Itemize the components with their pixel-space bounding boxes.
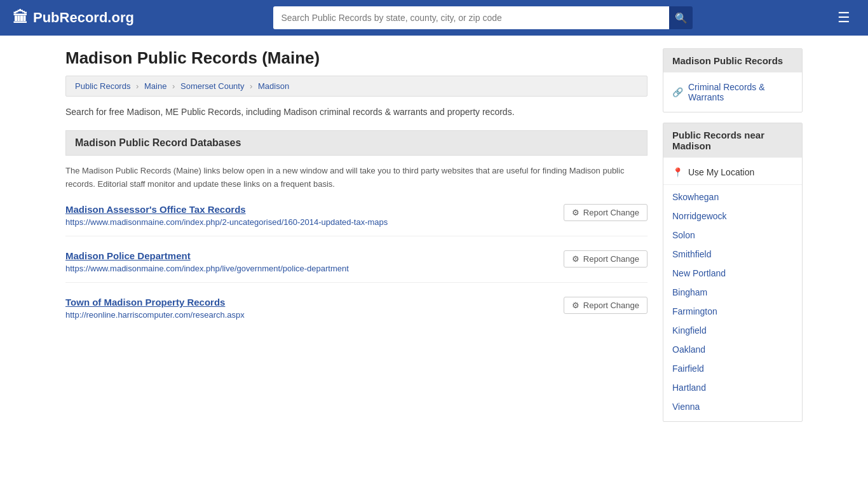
header: 🏛 PubRecord.org 🔍 ☰ [0, 0, 868, 36]
sidebar-item-new-portland[interactable]: New Portland [663, 264, 802, 283]
sidebar-divider [663, 184, 802, 185]
use-location-label: Use My Location [688, 167, 754, 177]
breadcrumb-maine[interactable]: Maine [144, 81, 166, 91]
sidebar-madison-records-header: Madison Public Records [663, 49, 802, 72]
header-right: ☰ [832, 7, 855, 29]
sidebar-use-location[interactable]: 📍 Use My Location [663, 163, 802, 182]
report-label-1: Report Change [583, 254, 639, 264]
link-icon: 🔗 [672, 87, 683, 97]
sidebar-item-smithfield[interactable]: Smithfield [663, 245, 802, 264]
sidebar-item-solon[interactable]: Solon [663, 226, 802, 245]
record-info-1: Madison Police Department https://www.ma… [65, 250, 349, 273]
sidebar-nearby-header: Public Records near Madison [663, 123, 802, 158]
report-label-2: Report Change [583, 301, 639, 310]
hartland-label: Hartland [672, 383, 706, 393]
breadcrumb-madison[interactable]: Madison [258, 81, 289, 91]
norridgewock-label: Norridgewock [672, 211, 727, 221]
record-row-0: Madison Assessor's Office Tax Records ht… [65, 204, 648, 227]
report-change-button-0[interactable]: ⚙ Report Change [564, 204, 648, 221]
record-info-2: Town of Madison Property Records http://… [65, 297, 245, 320]
record-entry-2: Town of Madison Property Records http://… [65, 297, 648, 329]
intro-text: Search for free Madison, ME Public Recor… [65, 105, 648, 119]
breadcrumb-sep-3: › [250, 81, 255, 91]
report-change-button-1[interactable]: ⚙ Report Change [564, 250, 648, 268]
page-title: Madison Public Records (Maine) [65, 48, 648, 68]
menu-button[interactable]: ☰ [832, 7, 855, 29]
breadcrumb-somerset-county[interactable]: Somerset County [180, 81, 244, 91]
report-icon-0: ⚙ [572, 208, 580, 217]
report-icon-2: ⚙ [572, 301, 580, 310]
content-area: Madison Public Records (Maine) Public Re… [65, 48, 648, 432]
oakland-label: Oakland [672, 344, 705, 355]
record-row-2: Town of Madison Property Records http://… [65, 297, 648, 320]
menu-icon: ☰ [837, 10, 850, 25]
vienna-label: Vienna [672, 402, 700, 412]
report-icon-1: ⚙ [572, 254, 580, 264]
record-info-0: Madison Assessor's Office Tax Records ht… [65, 204, 388, 227]
kingfield-label: Kingfield [672, 325, 707, 336]
section-description: The Madison Public Records (Maine) links… [65, 165, 648, 191]
record-title-0[interactable]: Madison Assessor's Office Tax Records [65, 204, 388, 215]
location-icon: 📍 [672, 167, 683, 177]
sidebar-criminal-records-label: Criminal Records & Warrants [688, 82, 793, 102]
bingham-label: Bingham [672, 287, 707, 297]
sidebar-item-criminal-records[interactable]: 🔗 Criminal Records & Warrants [663, 78, 802, 107]
sidebar-item-vienna[interactable]: Vienna [663, 397, 802, 416]
record-entry-1: Madison Police Department https://www.ma… [65, 250, 648, 283]
sidebar-item-hartland[interactable]: Hartland [663, 378, 802, 397]
logo-icon: 🏛 [13, 9, 28, 27]
solon-label: Solon [672, 230, 695, 240]
record-entry-0: Madison Assessor's Office Tax Records ht… [65, 204, 648, 236]
sidebar-madison-records-box: Madison Public Records 🔗 Criminal Record… [663, 48, 803, 112]
report-change-button-2[interactable]: ⚙ Report Change [564, 297, 648, 314]
record-url-1[interactable]: https://www.madisonmaine.com/index.php/l… [65, 264, 349, 273]
sidebar-item-kingfield[interactable]: Kingfield [663, 321, 802, 340]
main-container: Madison Public Records (Maine) Public Re… [53, 36, 815, 445]
record-title-2[interactable]: Town of Madison Property Records [65, 297, 245, 308]
record-url-2[interactable]: http://reonline.harriscomputer.com/resea… [65, 310, 245, 320]
record-url-0[interactable]: https://www.madisonmaine.com/index.php/2… [65, 217, 388, 227]
sidebar-item-fairfield[interactable]: Fairfield [663, 359, 802, 378]
sidebar-nearby-box: Public Records near Madison 📍 Use My Loc… [663, 123, 803, 422]
breadcrumb-sep-2: › [172, 81, 177, 91]
logo-text: PubRecord.org [33, 10, 134, 26]
search-button[interactable]: 🔍 [669, 6, 693, 29]
smithfield-label: Smithfield [672, 249, 711, 259]
sidebar-nearby-body: 📍 Use My Location Skowhegan Norridgewock… [663, 158, 802, 421]
record-row-1: Madison Police Department https://www.ma… [65, 250, 648, 273]
sidebar-item-oakland[interactable]: Oakland [663, 340, 802, 359]
breadcrumb-public-records[interactable]: Public Records [75, 81, 130, 91]
sidebar: Madison Public Records 🔗 Criminal Record… [663, 48, 803, 432]
sidebar-item-norridgewock[interactable]: Norridgewock [663, 207, 802, 226]
breadcrumb: Public Records › Maine › Somerset County… [65, 76, 648, 97]
sidebar-item-skowhegan[interactable]: Skowhegan [663, 187, 802, 207]
breadcrumb-sep-1: › [136, 81, 141, 91]
new-portland-label: New Portland [672, 268, 726, 278]
search-input[interactable] [273, 6, 668, 29]
search-bar: 🔍 [273, 6, 693, 29]
fairfield-label: Fairfield [672, 363, 704, 374]
record-title-1[interactable]: Madison Police Department [65, 250, 349, 261]
section-header: Madison Public Record Databases [65, 130, 648, 156]
report-label-0: Report Change [583, 208, 639, 217]
skowhegan-label: Skowhegan [672, 192, 719, 202]
sidebar-madison-records-body: 🔗 Criminal Records & Warrants [663, 72, 802, 112]
search-icon: 🔍 [675, 12, 688, 24]
farmington-label: Farmington [672, 306, 717, 316]
logo[interactable]: 🏛 PubRecord.org [13, 9, 134, 27]
sidebar-item-bingham[interactable]: Bingham [663, 283, 802, 302]
sidebar-item-farmington[interactable]: Farmington [663, 302, 802, 321]
